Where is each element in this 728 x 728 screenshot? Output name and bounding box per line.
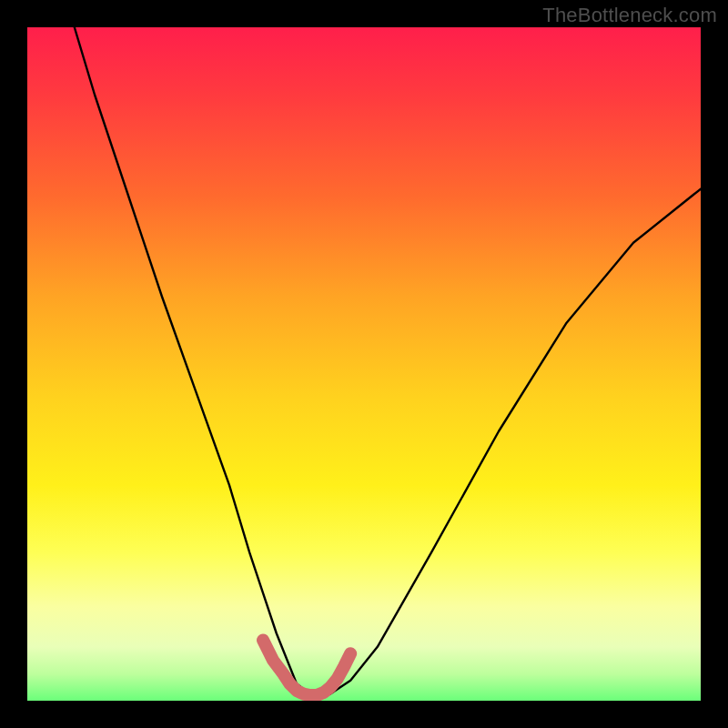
curve-svg: [27, 27, 701, 701]
trough-highlight: [263, 640, 350, 695]
chart-frame: TheBottleneck.com: [0, 0, 728, 728]
plot-area: [27, 27, 701, 701]
watermark-label: TheBottleneck.com: [542, 4, 717, 27]
bottleneck-curve: [75, 27, 701, 697]
